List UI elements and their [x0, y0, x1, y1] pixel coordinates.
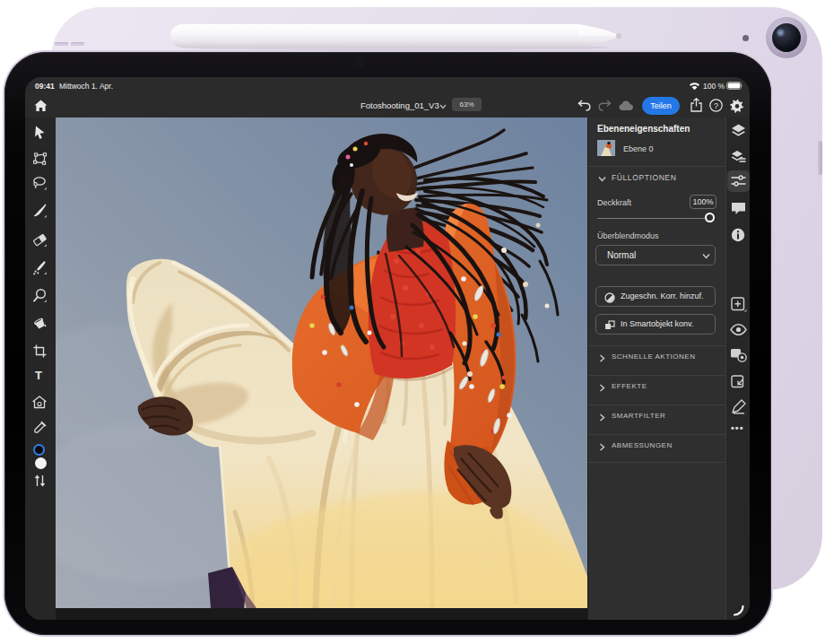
- svg-text:?: ?: [714, 101, 718, 110]
